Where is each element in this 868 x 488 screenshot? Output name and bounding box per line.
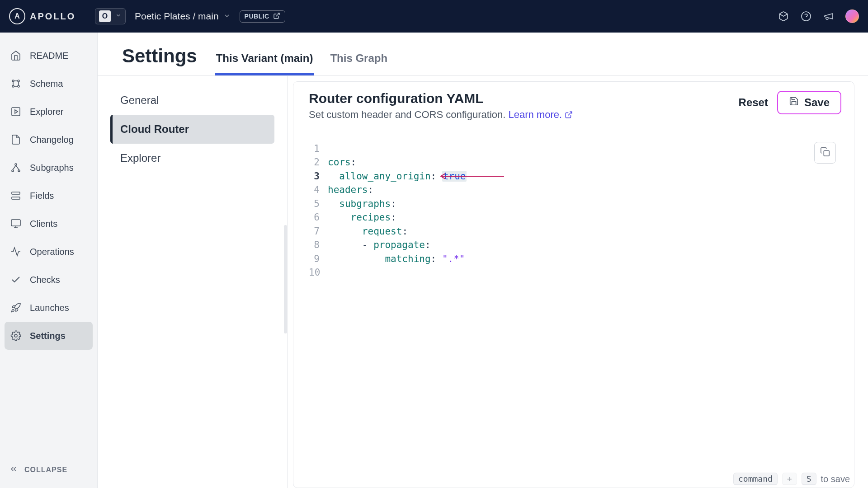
chevron-down-icon — [223, 11, 231, 22]
nav-label: Subgraphs — [30, 163, 74, 173]
svg-line-0 — [276, 13, 279, 16]
router-config-card: Router configuration YAML Set custom hea… — [293, 81, 854, 488]
code-content[interactable]: matching: ".*" — [328, 252, 465, 266]
copy-button[interactable] — [814, 142, 836, 164]
copy-icon — [820, 147, 830, 159]
settings-item-general[interactable]: General — [110, 86, 274, 115]
svg-point-13 — [15, 164, 17, 165]
tab-this-graph[interactable]: This Graph — [329, 52, 388, 75]
code-line[interactable]: 4headers: — [309, 183, 818, 197]
nav-item-settings[interactable]: Settings — [5, 322, 93, 350]
document-icon — [10, 134, 22, 145]
box-icon[interactable] — [778, 10, 789, 22]
learn-more-text: Learn more. — [508, 109, 562, 120]
save-label: Save — [804, 96, 830, 109]
line-number: 5 — [309, 197, 328, 211]
svg-point-15 — [18, 170, 20, 172]
nav-item-explorer[interactable]: Explorer — [5, 98, 93, 126]
svg-rect-19 — [12, 197, 20, 199]
megaphone-icon[interactable] — [823, 10, 835, 22]
svg-point-1 — [802, 12, 811, 21]
play-square-icon — [10, 106, 22, 117]
settings-item-explorer[interactable]: Explorer — [110, 144, 274, 173]
public-badge[interactable]: PUBLIC — [240, 10, 285, 23]
code-line[interactable]: 7 request: — [309, 225, 818, 238]
graph-crumb-text: Poetic Plates / main — [135, 11, 219, 22]
nav-label: Launches — [30, 303, 69, 313]
line-number: 6 — [309, 211, 328, 224]
learn-more-link[interactable]: Learn more. — [508, 109, 573, 120]
svg-point-3 — [12, 80, 14, 82]
content-area: Router configuration YAML Set custom hea… — [288, 76, 868, 488]
nav-item-readme[interactable]: README — [5, 42, 93, 70]
settings-tabs: This Variant (main) This Graph — [215, 52, 388, 75]
nav-item-changelog[interactable]: Changelog — [5, 126, 93, 154]
save-button[interactable]: Save — [777, 91, 841, 114]
code-content[interactable]: - propagate: — [328, 238, 431, 252]
page-title: Settings — [122, 47, 197, 75]
app-header: A APOLLO O Poetic Plates / main PUBLIC — [0, 0, 868, 33]
card-subtitle: Set custom header and CORS configuration… — [309, 109, 573, 121]
nav-item-launches[interactable]: Launches — [5, 294, 93, 322]
save-hint-text: to save — [821, 474, 850, 484]
svg-point-23 — [14, 334, 17, 337]
svg-point-6 — [18, 85, 19, 87]
code-line[interactable]: 3 allow_any_origin: true — [309, 169, 818, 183]
code-content[interactable]: request: — [328, 225, 408, 238]
settings-item-cloud-router[interactable]: Cloud Router — [110, 115, 274, 144]
avatar[interactable] — [845, 9, 859, 23]
help-icon[interactable] — [800, 10, 812, 22]
brand[interactable]: A APOLLO — [9, 8, 95, 24]
kbd-s: S — [802, 473, 816, 485]
chevrons-left-icon — [9, 465, 18, 475]
yaml-editor[interactable]: 12cors:3 allow_any_origin: true4headers:… — [293, 129, 854, 292]
svg-point-14 — [12, 170, 14, 172]
code-line[interactable]: 6 recipes: — [309, 211, 818, 224]
external-link-icon — [273, 12, 280, 21]
code-content[interactable]: allow_any_origin: true — [328, 169, 467, 183]
code-content[interactable]: cors: — [328, 155, 356, 169]
collapse-nav-button[interactable]: COLLAPSE — [5, 456, 93, 483]
nav-item-schema[interactable]: Schema — [5, 70, 93, 98]
code-line[interactable]: 9 matching: ".*" — [309, 252, 818, 266]
line-number: 1 — [309, 142, 328, 155]
svg-rect-20 — [11, 220, 20, 226]
line-number: 2 — [309, 155, 328, 169]
code-line[interactable]: 1 — [309, 142, 818, 155]
gear-icon — [10, 330, 22, 342]
svg-marker-12 — [15, 110, 18, 113]
nav-item-subgraphs[interactable]: Subgraphs — [5, 154, 93, 182]
nav-item-clients[interactable]: Clients — [5, 210, 93, 238]
svg-rect-11 — [12, 108, 20, 116]
code-line[interactable]: 8 - propagate: — [309, 238, 818, 252]
graph-breadcrumb[interactable]: Poetic Plates / main — [135, 11, 231, 22]
brand-word: APOLLO — [30, 11, 75, 22]
code-line[interactable]: 10 — [309, 266, 818, 279]
nav-item-fields[interactable]: Fields — [5, 182, 93, 210]
page-header: Settings This Variant (main) This Graph — [98, 33, 868, 76]
nav-label: Fields — [30, 191, 54, 201]
code-content[interactable]: subgraphs: — [328, 197, 396, 211]
nav-item-operations[interactable]: Operations — [5, 238, 93, 266]
org-avatar: O — [99, 10, 111, 22]
monitor-icon — [10, 218, 22, 230]
kbd-plus: + — [782, 473, 797, 485]
svg-line-24 — [568, 112, 572, 115]
reset-button[interactable]: Reset — [739, 96, 768, 109]
check-icon — [10, 274, 22, 286]
code-line[interactable]: 2cors: — [309, 155, 818, 169]
code-line[interactable]: 5 subgraphs: — [309, 197, 818, 211]
code-content[interactable]: headers: — [328, 183, 373, 197]
save-hint: command + S to save — [733, 470, 850, 488]
brand-logo-icon: A — [9, 8, 25, 24]
svg-line-16 — [13, 165, 16, 170]
org-selector[interactable]: O — [95, 8, 126, 24]
tab-this-variant[interactable]: This Variant (main) — [215, 52, 314, 75]
nav-item-checks[interactable]: Checks — [5, 266, 93, 294]
code-content[interactable]: recipes: — [328, 211, 396, 224]
nav-label: Clients — [30, 219, 57, 229]
nav-label: Settings — [30, 331, 66, 341]
line-number: 8 — [309, 238, 328, 252]
network-icon — [10, 162, 22, 174]
graph-icon — [10, 78, 22, 89]
